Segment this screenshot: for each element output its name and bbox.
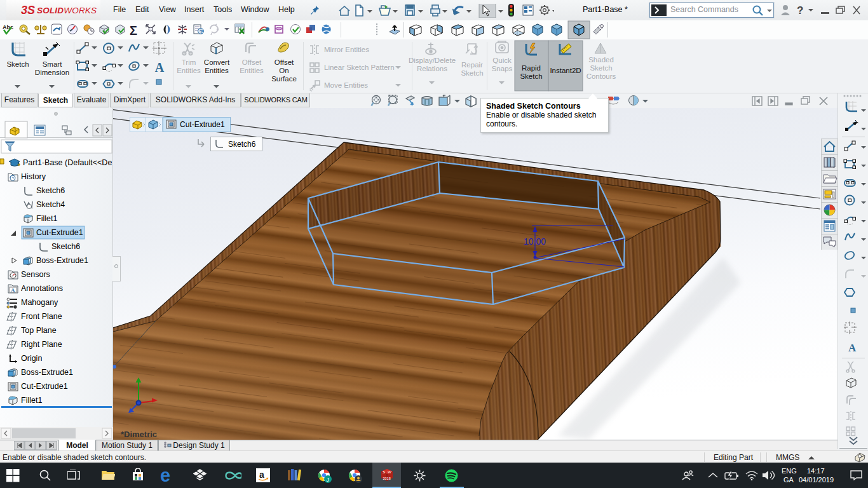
svg-text:Sketch: Sketch	[520, 72, 542, 80]
svg-text:2018: 2018	[383, 477, 391, 480]
svg-text:Entities: Entities	[205, 67, 229, 74]
svg-text:Abc: Abc	[3, 24, 13, 30]
svg-text:Entities: Entities	[240, 67, 264, 74]
svg-text:Smart: Smart	[43, 60, 62, 68]
svg-text:a: a	[259, 470, 264, 480]
svg-text:Instant2D: Instant2D	[550, 67, 581, 74]
svg-text:*Dimetric: *Dimetric	[121, 430, 157, 439]
svg-text:J: J	[327, 477, 330, 483]
svg-text:A: A	[848, 342, 857, 354]
svg-text:Sketch: Sketch	[590, 64, 612, 72]
svg-text:Shaded: Shaded	[588, 56, 614, 64]
svg-text:Sketch: Sketch	[6, 60, 29, 68]
svg-text:On: On	[279, 67, 288, 74]
svg-text:Relations: Relations	[417, 65, 447, 72]
svg-text:Display/Delete: Display/Delete	[409, 57, 456, 64]
svg-text:Quick: Quick	[492, 57, 512, 64]
svg-text:Trim: Trim	[182, 58, 196, 66]
svg-text:Move Entities: Move Entities	[324, 81, 368, 89]
svg-text:Entities: Entities	[177, 67, 201, 74]
svg-text:A: A	[155, 60, 165, 74]
svg-text:Mirror Entities: Mirror Entities	[324, 46, 369, 53]
svg-text:Offset: Offset	[242, 58, 262, 66]
svg-text:10.00: 10.00	[524, 236, 546, 247]
svg-text:Rapid: Rapid	[522, 64, 541, 72]
svg-text:?: ?	[200, 29, 203, 35]
svg-text:S: S	[383, 470, 385, 474]
svg-text:Contours: Contours	[587, 72, 616, 80]
svg-text:Snaps: Snaps	[492, 65, 513, 72]
svg-text:Dimension: Dimension	[35, 69, 69, 76]
svg-text:Linear Sketch Pattern: Linear Sketch Pattern	[324, 64, 395, 71]
svg-text:Sketch: Sketch	[461, 69, 483, 77]
svg-text:?: ?	[797, 4, 803, 17]
svg-text:Offset: Offset	[275, 58, 294, 66]
svg-text:Repair: Repair	[461, 61, 483, 69]
svg-text:Convert: Convert	[204, 58, 230, 66]
svg-text:3S: 3S	[21, 4, 35, 17]
svg-text:Σ: Σ	[130, 24, 137, 37]
svg-text:SOLIDWORKS: SOLIDWORKS	[37, 6, 97, 15]
svg-text:Surface: Surface	[271, 75, 297, 83]
